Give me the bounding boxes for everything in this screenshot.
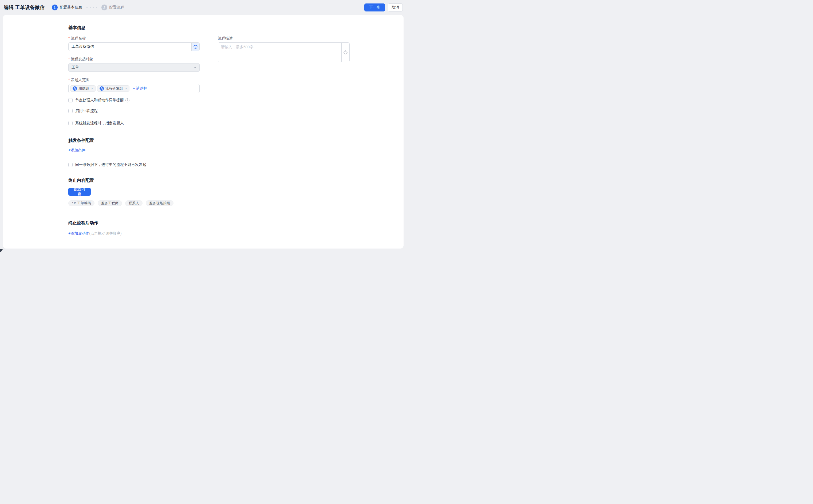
dashed-divider [68,157,350,157]
configured-fields-row: * R 工单编码 服务工程师 联系人 服务现场拍照 [68,200,350,206]
scope-add-link[interactable]: + 请选择 [133,86,147,91]
step-2-circle: 2 [101,5,107,10]
section-title-basic-info: 基本信息 [68,25,350,31]
page: { "colors": { "accent": "#2b6cf0", "page… [0,0,406,252]
flow-name-input[interactable] [69,43,191,51]
basic-left-column: 流程名称 流程发起对象 工单 [68,35,199,126]
exception-reminder-label: 节点处理人和后动作异常提醒 [75,98,124,103]
page-title: 编辑 工单设备微信 [4,4,45,11]
flow-object-label: 流程发起对象 [68,56,199,62]
exception-reminder-checkbox[interactable] [68,98,73,102]
no-repeat-launch-label: 同一条数据下，进行中的流程不能再次发起 [75,162,146,167]
step-dots-separator [86,7,97,8]
interconnect-flow-label: 启用互联流程 [75,109,98,113]
flow-name-field [68,42,199,51]
globe-icon[interactable] [191,43,199,51]
field-pill-label: 服务现场拍照 [149,201,170,206]
step-1-label: 配置基本信息 [60,5,82,10]
field-pill-label: 联系人 [129,201,139,206]
field-pill-label: 工单编码 [77,201,91,206]
flow-desc-textarea[interactable] [218,43,341,62]
scope-chip-label: 流程研发组 [105,86,123,91]
flow-desc-label: 流程描述 [218,35,350,41]
basic-info-row: 流程名称 流程发起对象 工单 [68,35,350,126]
step-1-circle: 1 [52,5,58,10]
scope-chip: 流程研发组 × [97,85,129,92]
system-trigger-checkbox[interactable] [68,121,73,125]
field-pill-photo: 服务现场拍照 [146,200,173,206]
initiator-scope-label: 发起人范围 [68,77,199,82]
checkbox-row-no-repeat: 同一条数据下，进行中的流程不能再次发起 [68,162,350,167]
close-icon[interactable]: × [125,87,127,90]
mouse-cursor [0,249,3,252]
flow-object-select[interactable]: 工单 [68,63,199,72]
section-title-terminate-content: 终止内容配置 [68,178,350,183]
next-step-button[interactable]: 下一步 [364,3,385,11]
step-basic-info[interactable]: 1 配置基本信息 [52,5,82,10]
add-condition-link[interactable]: +添加条件 [68,148,85,152]
system-trigger-label: 系统触发流程时，指定发起人 [75,121,124,126]
configure-content-button[interactable]: 配置内容 [68,188,91,196]
chevron-down-icon [193,66,197,70]
field-pill-label: 服务工程师 [101,201,118,206]
initiator-scope-field[interactable]: 测试部 × 流程研发组 × [68,84,199,93]
basic-right-column: 流程描述 [218,35,350,126]
checkbox-row-exception-reminder: 节点处理人和后动作异常提醒 ? [68,98,199,103]
checkbox-row-interconnect: 启用互联流程 [68,109,199,113]
top-bar: 编辑 工单设备微信 1 配置基本信息 2 配置流程 下一步 取消 [0,0,406,15]
field-required-mark: * [72,201,73,205]
step-indicator: 1 配置基本信息 2 配置流程 [52,5,124,10]
form-card: 基本信息 流程名称 流程发起对象 工单 [3,15,404,249]
globe-icon[interactable] [341,43,349,62]
field-type-mark: R [74,201,76,205]
interconnect-flow-checkbox[interactable] [68,109,73,113]
section-title-terminate-action: 终止流程后动作 [68,220,350,226]
field-pill-contact: 联系人 [125,200,142,206]
field-pill-engineer: 服务工程师 [98,200,122,206]
no-repeat-launch-checkbox[interactable] [68,163,73,167]
scope-chip: 测试部 × [70,85,95,92]
close-icon[interactable]: × [91,87,93,90]
flow-object-value: 工单 [71,65,79,70]
help-icon[interactable]: ? [125,98,129,102]
add-post-action-link[interactable]: +添加后动作 [68,231,89,235]
department-icon [99,86,104,91]
department-icon [73,86,77,91]
scope-chip-label: 测试部 [78,86,89,91]
checkbox-row-system-trigger: 系统触发流程时，指定发起人 [68,121,199,126]
header-actions: 下一步 取消 [364,3,403,11]
post-action-hint: (点击拖动调整顺序) [89,231,121,235]
step-2-label: 配置流程 [109,5,124,10]
field-pill-order-code: * R 工单编码 [68,200,94,206]
flow-name-label: 流程名称 [68,35,199,41]
section-title-trigger: 触发条件配置 [68,138,350,143]
cancel-button[interactable]: 取消 [388,3,403,11]
step-flow-config[interactable]: 2 配置流程 [101,5,124,10]
form-content: 基本信息 流程名称 流程发起对象 工单 [68,15,350,236]
flow-desc-field [218,42,350,62]
